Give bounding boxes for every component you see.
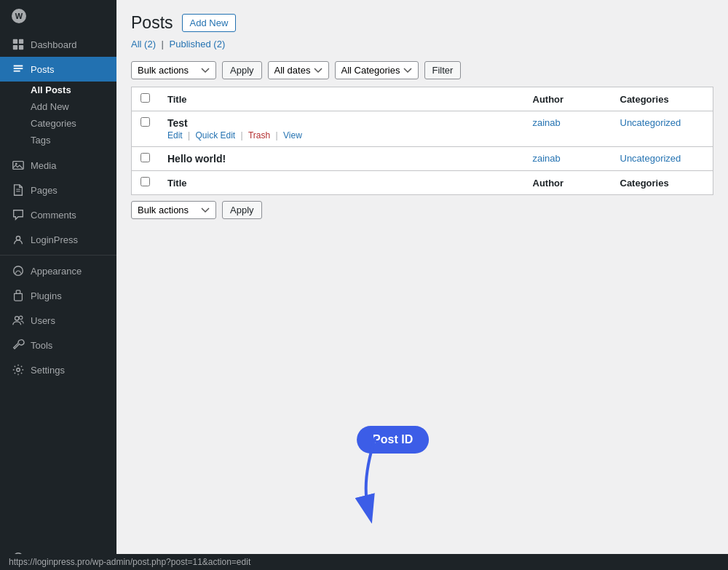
dashboard-icon: [12, 38, 25, 51]
table-row: Hello world! zainab Uncategorized: [132, 147, 713, 171]
status-bar: https://loginpress.pro/wp-admin/post.php…: [0, 554, 728, 570]
category-link-2[interactable]: Uncategorized: [620, 153, 681, 164]
post-title-link-2[interactable]: Hello world!: [167, 153, 226, 165]
sidebar-sub-all-posts[interactable]: All Posts: [0, 82, 116, 98]
main-content: Posts Add New All (2) | Published (2) Bu…: [116, 0, 728, 570]
posts-table: Title Author Categories: [131, 87, 713, 195]
date-filter-select[interactable]: All dates: [268, 61, 329, 79]
title-footer-header[interactable]: Title: [159, 171, 524, 195]
sidebar-item-label: Dashboard: [31, 39, 77, 50]
trash-link-1[interactable]: Trash: [248, 130, 270, 140]
post-title-link-1[interactable]: Test: [167, 117, 188, 129]
all-posts-filter-link[interactable]: All (2): [131, 39, 159, 50]
sidebar-item-pages[interactable]: Pages: [0, 178, 116, 202]
posts-subnav: All Posts Add New Categories Tags: [0, 82, 116, 153]
sidebar-item-label: Appearance: [31, 266, 82, 277]
svg-point-13: [17, 368, 20, 372]
svg-rect-3: [19, 45, 23, 50]
categories-column-header: Categories: [612, 87, 713, 111]
sidebar-item-comments[interactable]: Comments: [0, 202, 116, 227]
sub-nav: All (2) | Published (2): [131, 33, 713, 57]
select-all-checkbox[interactable]: [141, 93, 150, 103]
sidebar-item-label: Plugins: [31, 290, 62, 301]
table-row: Test Edit | Quick Edit | Trash | View: [132, 111, 713, 147]
content-area: All (2) | Published (2) Bulk actions Edi…: [116, 33, 728, 234]
select-all-footer: [132, 171, 159, 195]
sidebar-item-label: Comments: [31, 210, 76, 221]
svg-rect-1: [19, 39, 23, 44]
sidebar-item-settings[interactable]: Settings: [0, 357, 116, 382]
appearance-icon: [12, 264, 25, 277]
author-link-2[interactable]: zainab: [533, 153, 561, 164]
svg-rect-0: [13, 39, 17, 44]
sidebar-divider: [0, 255, 116, 256]
sidebar-item-label: Pages: [31, 185, 58, 196]
bulk-actions-select-top[interactable]: Bulk actions Edit Move to Trash: [131, 61, 216, 79]
settings-icon: [12, 363, 25, 376]
sidebar-item-label: Tools: [31, 340, 52, 351]
svg-point-8: [16, 237, 20, 240]
categories-footer-header: Categories: [612, 171, 713, 195]
table-header-row: Title Author Categories: [132, 87, 713, 111]
sidebar-sub-categories[interactable]: Categories: [0, 115, 116, 132]
select-all-header: [132, 87, 159, 111]
sidebar-item-plugins[interactable]: Plugins: [0, 283, 116, 308]
svg-point-5: [15, 163, 17, 165]
sidebar-item-users[interactable]: Users: [0, 308, 116, 333]
bulk-actions-select-bottom[interactable]: Bulk actions Edit Move to Trash: [131, 201, 216, 219]
top-toolbar: Bulk actions Edit Move to Trash Apply Al…: [131, 57, 713, 84]
author-column-header: Author: [524, 87, 612, 111]
row-checkbox-1[interactable]: [141, 117, 150, 127]
table-footer-row: Title Author Categories: [132, 171, 713, 195]
sidebar-item-label: Users: [31, 315, 55, 326]
pages-icon: [12, 183, 25, 197]
posts-icon: [12, 63, 25, 76]
post-row-actions-1: Edit | Quick Edit | Trash | View: [167, 130, 515, 140]
sidebar-item-media[interactable]: Media: [0, 153, 116, 178]
media-icon: [12, 159, 25, 172]
sidebar-sub-tags[interactable]: Tags: [0, 132, 116, 149]
published-filter-link[interactable]: Published (2): [170, 39, 226, 50]
category-filter-select[interactable]: All Categories: [335, 61, 419, 79]
sidebar-item-label: Settings: [31, 365, 65, 376]
comments-icon: [12, 208, 25, 221]
quick-edit-link-1[interactable]: Quick Edit: [195, 130, 235, 140]
filter-button[interactable]: Filter: [424, 61, 462, 79]
svg-point-11: [15, 317, 19, 320]
sidebar-sub-add-new[interactable]: Add New: [0, 98, 116, 115]
apply-button-bottom[interactable]: Apply: [222, 201, 262, 219]
author-footer-header: Author: [524, 171, 612, 195]
sidebar-item-label: Media: [31, 160, 56, 171]
add-new-button[interactable]: Add New: [182, 14, 237, 32]
sidebar-item-label: Posts: [31, 64, 55, 75]
sidebar-item-appearance[interactable]: Appearance: [0, 258, 116, 283]
tools-icon: [12, 339, 25, 352]
page-title: Posts: [131, 13, 173, 33]
loginpress-icon: [12, 233, 25, 246]
svg-rect-2: [13, 45, 17, 50]
apply-button-top[interactable]: Apply: [222, 61, 262, 79]
sidebar: W Dashboard Posts All Posts Add New Cate…: [0, 0, 116, 570]
author-link-1[interactable]: zainab: [533, 117, 561, 128]
wp-icon: W: [12, 9, 26, 23]
plugins-icon: [12, 289, 25, 302]
row-checkbox-2[interactable]: [141, 153, 150, 162]
sidebar-brand: W: [0, 0, 116, 32]
users-icon: [12, 314, 25, 327]
sidebar-item-label: LoginPress: [31, 234, 78, 245]
edit-link-1[interactable]: Edit: [167, 130, 183, 140]
category-link-1[interactable]: Uncategorized: [620, 117, 681, 128]
select-all-footer-checkbox[interactable]: [141, 177, 150, 186]
page-header: Posts Add New: [116, 0, 728, 33]
view-link-1[interactable]: View: [283, 130, 302, 140]
bottom-toolbar: Bulk actions Edit Move to Trash Apply: [131, 195, 713, 219]
title-column-header[interactable]: Title: [159, 87, 524, 111]
svg-point-12: [19, 316, 23, 320]
sidebar-item-tools[interactable]: Tools: [0, 333, 116, 357]
sidebar-item-dashboard[interactable]: Dashboard: [0, 32, 116, 57]
svg-rect-10: [16, 290, 20, 294]
sidebar-item-posts[interactable]: Posts: [0, 57, 116, 82]
sidebar-item-loginpress[interactable]: LoginPress: [0, 227, 116, 252]
